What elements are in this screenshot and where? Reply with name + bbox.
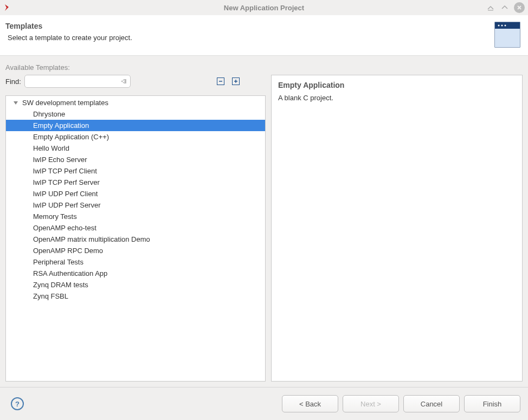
description-panel: Empty Application A blank C project. <box>271 75 523 382</box>
help-button[interactable]: ? <box>11 397 24 410</box>
description-column: Empty Application A blank C project. <box>271 75 523 382</box>
tree-group-label: SW development templates <box>22 99 108 107</box>
template-item[interactable]: Zynq FSBL <box>6 290 265 302</box>
template-item[interactable]: OpenAMP echo-test <box>6 222 265 234</box>
template-item[interactable]: Empty Application (C++) <box>6 131 265 143</box>
template-item[interactable]: lwIP UDP Perf Client <box>6 188 265 199</box>
template-item[interactable]: lwIP UDP Perf Server <box>6 199 265 211</box>
clear-find-icon[interactable] <box>120 77 127 85</box>
template-item[interactable]: Empty Application <box>6 120 265 131</box>
window-title: New Application Project <box>0 4 528 12</box>
find-input[interactable] <box>24 75 131 88</box>
template-item[interactable]: Hello World <box>6 143 265 154</box>
expand-all-button[interactable] <box>232 77 240 85</box>
svg-rect-8 <box>495 29 520 47</box>
back-button[interactable]: < Back <box>282 395 338 412</box>
finish-button[interactable]: Finish <box>464 395 520 412</box>
wizard-banner: Templates Select a template to create yo… <box>0 15 528 56</box>
template-item[interactable]: Zynq DRAM tests <box>6 279 265 290</box>
wizard-footer: ? < Back Next > Cancel Finish <box>0 387 528 420</box>
template-item[interactable]: Dhrystone <box>6 108 265 120</box>
svg-point-6 <box>501 25 503 27</box>
tree-group[interactable]: SW development templates <box>6 97 265 108</box>
content-area: Available Templates: Find: <box>0 56 528 387</box>
template-item[interactable]: RSA Authentication App <box>6 268 265 279</box>
template-item[interactable]: lwIP Echo Server <box>6 154 265 165</box>
templates-column: Find: <box>5 75 266 382</box>
cancel-button[interactable]: Cancel <box>403 395 460 412</box>
collapse-all-button[interactable] <box>217 77 224 85</box>
next-button: Next > <box>343 395 399 412</box>
banner-window-icon <box>494 22 520 48</box>
banner-subheading: Select a template to create your project… <box>8 34 132 42</box>
available-templates-label: Available Templates: <box>5 63 523 72</box>
svg-point-7 <box>505 25 506 27</box>
find-label: Find: <box>5 77 21 86</box>
templates-tree[interactable]: SW development templates DhrystoneEmpty … <box>5 95 266 382</box>
description-body: A blank C project. <box>278 94 516 102</box>
template-item[interactable]: OpenAMP matrix multiplication Demo <box>6 234 265 245</box>
template-item[interactable]: lwIP TCP Perf Server <box>6 177 265 188</box>
description-title: Empty Application <box>278 81 516 89</box>
template-item[interactable]: Peripheral Tests <box>6 256 265 268</box>
template-item[interactable]: lwIP TCP Perf Client <box>6 165 265 177</box>
banner-heading: Templates <box>5 22 132 30</box>
titlebar: New Application Project <box>0 0 528 15</box>
expand-collapse-icon[interactable] <box>14 101 18 105</box>
template-item[interactable]: OpenAMP RPC Demo <box>6 245 265 256</box>
template-item[interactable]: Memory Tests <box>6 211 265 222</box>
svg-point-5 <box>498 25 500 27</box>
